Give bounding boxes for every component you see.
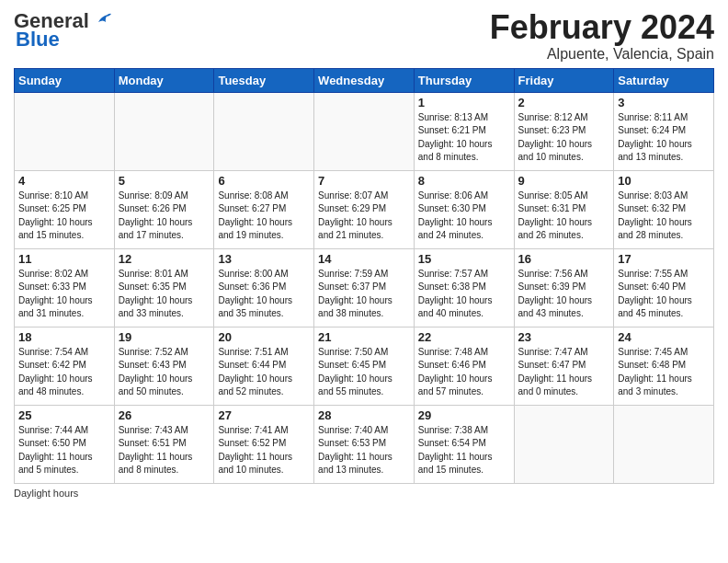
table-row: 18Sunrise: 7:54 AM Sunset: 6:42 PM Dayli… bbox=[15, 327, 115, 405]
day-info: Sunrise: 7:47 AM Sunset: 6:47 PM Dayligh… bbox=[518, 346, 610, 399]
day-number: 6 bbox=[218, 174, 310, 188]
day-info: Sunrise: 8:13 AM Sunset: 6:21 PM Dayligh… bbox=[418, 111, 510, 165]
day-info: Sunrise: 8:12 AM Sunset: 6:23 PM Dayligh… bbox=[518, 111, 610, 165]
col-thursday: Thursday bbox=[414, 68, 514, 92]
day-number: 23 bbox=[518, 330, 610, 344]
table-row: 23Sunrise: 7:47 AM Sunset: 6:47 PM Dayli… bbox=[514, 327, 614, 405]
col-tuesday: Tuesday bbox=[214, 68, 314, 92]
day-number: 10 bbox=[618, 174, 710, 188]
day-info: Sunrise: 7:50 AM Sunset: 6:45 PM Dayligh… bbox=[318, 346, 410, 399]
logo-blue-text: Blue bbox=[16, 28, 60, 52]
day-number: 25 bbox=[18, 408, 110, 422]
table-row: 24Sunrise: 7:45 AM Sunset: 6:48 PM Dayli… bbox=[614, 327, 714, 405]
day-info: Sunrise: 8:11 AM Sunset: 6:24 PM Dayligh… bbox=[618, 111, 710, 165]
day-number: 14 bbox=[318, 252, 410, 266]
day-number: 20 bbox=[218, 330, 310, 344]
day-number: 3 bbox=[618, 96, 710, 109]
day-info: Sunrise: 7:55 AM Sunset: 6:40 PM Dayligh… bbox=[618, 268, 710, 321]
col-friday: Friday bbox=[514, 68, 614, 92]
day-number: 4 bbox=[18, 174, 110, 188]
day-info: Sunrise: 7:54 AM Sunset: 6:42 PM Dayligh… bbox=[18, 346, 110, 399]
table-row: 28Sunrise: 7:40 AM Sunset: 6:53 PM Dayli… bbox=[314, 405, 415, 483]
logo-bird-icon bbox=[91, 9, 111, 29]
day-number: 12 bbox=[119, 252, 210, 266]
col-monday: Monday bbox=[114, 68, 214, 92]
table-row: 3Sunrise: 8:11 AM Sunset: 6:24 PM Daylig… bbox=[614, 92, 714, 170]
table-row: 19Sunrise: 7:52 AM Sunset: 6:43 PM Dayli… bbox=[114, 327, 214, 405]
col-sunday: Sunday bbox=[15, 68, 115, 92]
header: General Blue February 2024 Alpuente, Val… bbox=[14, 9, 714, 63]
day-info: Sunrise: 7:59 AM Sunset: 6:37 PM Dayligh… bbox=[318, 268, 410, 321]
day-info: Sunrise: 8:09 AM Sunset: 6:26 PM Dayligh… bbox=[119, 190, 210, 243]
table-row: 26Sunrise: 7:43 AM Sunset: 6:51 PM Dayli… bbox=[114, 405, 214, 483]
table-row: 4Sunrise: 8:10 AM Sunset: 6:25 PM Daylig… bbox=[15, 170, 115, 248]
day-info: Sunrise: 7:57 AM Sunset: 6:38 PM Dayligh… bbox=[418, 268, 510, 321]
table-row: 16Sunrise: 7:56 AM Sunset: 6:39 PM Dayli… bbox=[514, 248, 614, 327]
table-row: 7Sunrise: 8:07 AM Sunset: 6:29 PM Daylig… bbox=[314, 170, 415, 248]
day-number: 28 bbox=[318, 408, 410, 422]
day-info: Sunrise: 8:03 AM Sunset: 6:32 PM Dayligh… bbox=[618, 190, 710, 243]
day-info: Sunrise: 7:45 AM Sunset: 6:48 PM Dayligh… bbox=[618, 346, 710, 399]
table-row: 11Sunrise: 8:02 AM Sunset: 6:33 PM Dayli… bbox=[15, 248, 115, 327]
footer-text: Daylight hours bbox=[14, 488, 78, 499]
day-number: 27 bbox=[218, 408, 310, 422]
day-number: 22 bbox=[418, 330, 510, 344]
day-number: 8 bbox=[418, 174, 510, 188]
table-row: 9Sunrise: 8:05 AM Sunset: 6:31 PM Daylig… bbox=[514, 170, 614, 248]
day-info: Sunrise: 7:43 AM Sunset: 6:51 PM Dayligh… bbox=[119, 424, 210, 477]
table-row: 12Sunrise: 8:01 AM Sunset: 6:35 PM Dayli… bbox=[114, 248, 214, 327]
day-info: Sunrise: 8:02 AM Sunset: 6:33 PM Dayligh… bbox=[18, 268, 110, 321]
calendar-week-row: 25Sunrise: 7:44 AM Sunset: 6:50 PM Dayli… bbox=[15, 405, 714, 483]
table-row bbox=[314, 92, 415, 170]
table-row bbox=[15, 92, 115, 170]
day-info: Sunrise: 7:40 AM Sunset: 6:53 PM Dayligh… bbox=[318, 424, 410, 477]
footer: Daylight hours bbox=[14, 488, 714, 499]
day-info: Sunrise: 7:51 AM Sunset: 6:44 PM Dayligh… bbox=[218, 346, 310, 399]
calendar-header-row: Sunday Monday Tuesday Wednesday Thursday… bbox=[15, 68, 714, 92]
page: General Blue February 2024 Alpuente, Val… bbox=[0, 0, 728, 563]
day-number: 29 bbox=[418, 408, 510, 422]
calendar-week-row: 18Sunrise: 7:54 AM Sunset: 6:42 PM Dayli… bbox=[15, 327, 714, 405]
day-number: 11 bbox=[18, 252, 110, 266]
table-row: 13Sunrise: 8:00 AM Sunset: 6:36 PM Dayli… bbox=[214, 248, 314, 327]
table-row: 6Sunrise: 8:08 AM Sunset: 6:27 PM Daylig… bbox=[214, 170, 314, 248]
day-info: Sunrise: 8:10 AM Sunset: 6:25 PM Dayligh… bbox=[18, 190, 110, 243]
day-info: Sunrise: 7:41 AM Sunset: 6:52 PM Dayligh… bbox=[218, 424, 310, 477]
calendar-table: Sunday Monday Tuesday Wednesday Thursday… bbox=[14, 68, 714, 484]
table-row: 17Sunrise: 7:55 AM Sunset: 6:40 PM Dayli… bbox=[614, 248, 714, 327]
table-row: 1Sunrise: 8:13 AM Sunset: 6:21 PM Daylig… bbox=[414, 92, 514, 170]
day-number: 7 bbox=[318, 174, 410, 188]
col-saturday: Saturday bbox=[614, 68, 714, 92]
table-row bbox=[614, 405, 714, 483]
day-number: 26 bbox=[119, 408, 210, 422]
day-info: Sunrise: 8:05 AM Sunset: 6:31 PM Dayligh… bbox=[518, 190, 610, 243]
calendar-week-row: 4Sunrise: 8:10 AM Sunset: 6:25 PM Daylig… bbox=[15, 170, 714, 248]
table-row: 8Sunrise: 8:06 AM Sunset: 6:30 PM Daylig… bbox=[414, 170, 514, 248]
day-number: 1 bbox=[418, 96, 510, 109]
calendar-week-row: 1Sunrise: 8:13 AM Sunset: 6:21 PM Daylig… bbox=[15, 92, 714, 170]
day-info: Sunrise: 7:52 AM Sunset: 6:43 PM Dayligh… bbox=[119, 346, 210, 399]
day-number: 24 bbox=[618, 330, 710, 344]
logo: General Blue bbox=[14, 9, 111, 52]
day-info: Sunrise: 8:00 AM Sunset: 6:36 PM Dayligh… bbox=[218, 268, 310, 321]
table-row bbox=[514, 405, 614, 483]
table-row: 2Sunrise: 8:12 AM Sunset: 6:23 PM Daylig… bbox=[514, 92, 614, 170]
day-info: Sunrise: 7:48 AM Sunset: 6:46 PM Dayligh… bbox=[418, 346, 510, 399]
day-number: 19 bbox=[119, 330, 210, 344]
col-wednesday: Wednesday bbox=[314, 68, 415, 92]
table-row: 22Sunrise: 7:48 AM Sunset: 6:46 PM Dayli… bbox=[414, 327, 514, 405]
day-info: Sunrise: 8:06 AM Sunset: 6:30 PM Dayligh… bbox=[418, 190, 510, 243]
table-row: 27Sunrise: 7:41 AM Sunset: 6:52 PM Dayli… bbox=[214, 405, 314, 483]
table-row: 25Sunrise: 7:44 AM Sunset: 6:50 PM Dayli… bbox=[15, 405, 115, 483]
day-number: 15 bbox=[418, 252, 510, 266]
day-number: 18 bbox=[18, 330, 110, 344]
calendar-subtitle: Alpuente, Valencia, Spain bbox=[490, 46, 714, 63]
table-row: 5Sunrise: 8:09 AM Sunset: 6:26 PM Daylig… bbox=[114, 170, 214, 248]
table-row: 29Sunrise: 7:38 AM Sunset: 6:54 PM Dayli… bbox=[414, 405, 514, 483]
table-row: 20Sunrise: 7:51 AM Sunset: 6:44 PM Dayli… bbox=[214, 327, 314, 405]
day-info: Sunrise: 7:56 AM Sunset: 6:39 PM Dayligh… bbox=[518, 268, 610, 321]
table-row bbox=[114, 92, 214, 170]
table-row: 21Sunrise: 7:50 AM Sunset: 6:45 PM Dayli… bbox=[314, 327, 415, 405]
table-row: 10Sunrise: 8:03 AM Sunset: 6:32 PM Dayli… bbox=[614, 170, 714, 248]
day-number: 13 bbox=[218, 252, 310, 266]
